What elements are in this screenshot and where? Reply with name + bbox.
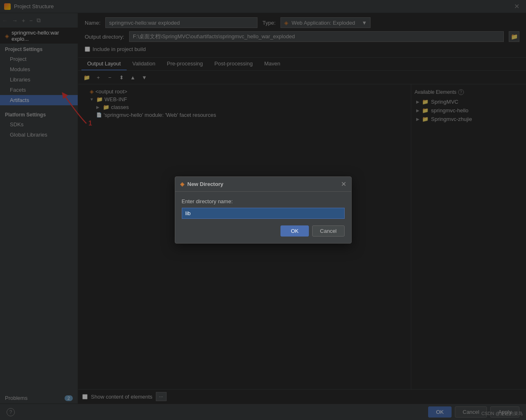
modal-dir-label: Enter directory name: (182, 198, 345, 204)
modal-body: Enter directory name: OK Cancel (175, 192, 351, 243)
modal-ok-button[interactable]: OK (280, 225, 309, 237)
watermark: CSDN @迷途的菜鸟 (482, 411, 523, 417)
modal-close-button[interactable]: ✕ (341, 180, 346, 188)
modal-title: ◈ New Directory (180, 181, 223, 187)
new-directory-dialog: ◈ New Directory ✕ Enter directory name: … (175, 176, 352, 244)
modal-dir-input[interactable] (182, 208, 345, 219)
modal-buttons: OK Cancel (182, 225, 345, 237)
modal-title-icon: ◈ (180, 181, 184, 187)
modal-title-bar: ◈ New Directory ✕ (175, 177, 351, 192)
modal-cancel-button[interactable]: Cancel (312, 225, 344, 237)
modal-overlay: ◈ New Directory ✕ Enter directory name: … (0, 0, 526, 420)
